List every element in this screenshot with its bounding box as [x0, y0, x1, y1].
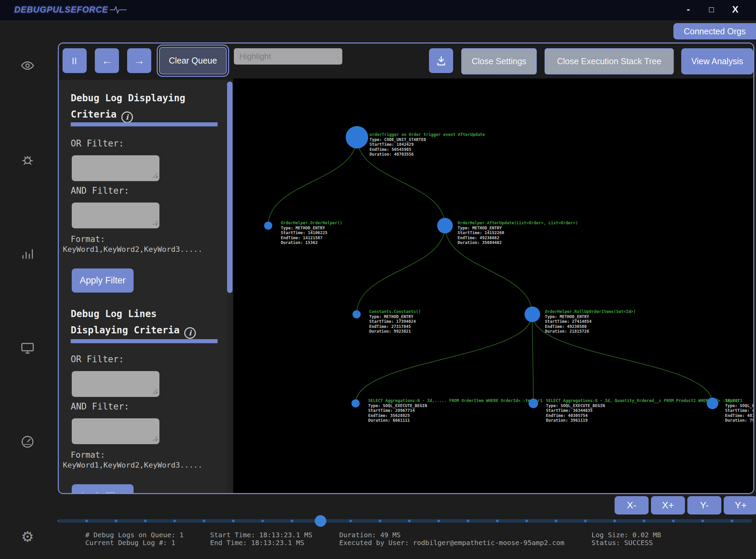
sidebar-scrollbar-track[interactable]: [227, 80, 233, 494]
node-title: OrderHelper.AfterUpdate(List<Order>, Lis…: [458, 221, 578, 226]
monitor-icon[interactable]: [20, 340, 35, 356]
bug-icon[interactable]: [20, 152, 35, 168]
tree-node-circle[interactable]: [437, 218, 453, 233]
node-detail: Duration: 35084402: [458, 240, 578, 245]
duration: Duration: 49 MS: [339, 531, 564, 539]
view-analysis-button[interactable]: View Analysis: [681, 48, 753, 74]
filter-sidebar: Debug Log Displaying Criteriai OR Filter…: [59, 80, 227, 494]
apply-filter-button-1[interactable]: Apply Filter: [72, 268, 134, 293]
execution-stack-tree[interactable]: orderTrigger on Order trigger event Afte…: [233, 78, 753, 494]
node-label: SELECT Aggregations:0 - Id,..... FROM Or…: [368, 398, 543, 423]
or-filter-textarea-1[interactable]: [72, 155, 159, 181]
node-detail: StartTime: 1842429: [370, 142, 485, 147]
clear-queue-button[interactable]: Clear Queue: [159, 47, 227, 74]
zoom-x-minus-button[interactable]: X-: [615, 496, 649, 514]
tree-node-circle[interactable]: [264, 222, 272, 230]
node-detail: StartTime: 17394024: [369, 319, 421, 324]
end-time: End Time: 18:13:23.1 MS: [210, 539, 312, 547]
download-icon: [435, 55, 447, 67]
node-title: SELECT: [725, 398, 753, 403]
node-title: OrderHelper.OrderHelper(): [281, 221, 342, 226]
tree-edge: [268, 137, 357, 226]
node-title: orderTrigger on Order trigger event Afte…: [370, 132, 485, 137]
forward-button[interactable]: →: [127, 48, 151, 73]
executed-by: Executed by User: rodbilger@empathetic-m…: [339, 539, 564, 547]
node-detail: Duration: 3961119: [546, 418, 742, 423]
back-button[interactable]: ←: [95, 48, 119, 73]
status-queue-column: # Debug Logs on Queue: 1 Current Debug L…: [85, 531, 184, 547]
title-bar: DEBUGPULSEFORCE - □ X: [0, 0, 756, 20]
slider-handle[interactable]: [315, 515, 326, 527]
close-stack-tree-button[interactable]: Close Execution Stack Tree: [545, 48, 674, 74]
info-icon[interactable]: i: [184, 327, 196, 339]
status-log-column: Log Size: 0.02 MB Status: SUCCESS: [591, 531, 661, 547]
node-detail: EndTime: 14121587: [281, 235, 342, 241]
and-filter-label: AND Filter:: [71, 401, 129, 412]
node-label: OrderHelper.OrderHelper()Type: METHOD_EN…: [281, 221, 342, 245]
eye-icon[interactable]: [20, 58, 35, 73]
and-filter-textarea-2[interactable]: [72, 418, 159, 444]
section-divider: [71, 122, 218, 126]
gear-icon[interactable]: ⚙: [20, 529, 35, 544]
node-label: OrderHelper.AfterUpdate(List<Order>, Lis…: [458, 221, 578, 245]
and-filter-label: AND Filter:: [71, 186, 129, 196]
tree-node-circle[interactable]: [525, 307, 540, 322]
section-title: Debug Log Lines Displaying Criteriai: [71, 306, 213, 339]
tree-node-circle[interactable]: [346, 126, 368, 149]
status-time-column: Start Time: 18:13:23.1 MS End Time: 18:1…: [210, 531, 312, 547]
node-title: OrderHelper.RollUpOrderItems(Set<Id>): [545, 309, 636, 314]
app-title: DEBUGPULSEFORCE: [14, 5, 108, 15]
node-detail: Type: METHOD_ENTRY: [281, 226, 342, 231]
node-detail: EndTime: 27317845: [369, 324, 421, 329]
bar-chart-icon[interactable]: [20, 246, 35, 262]
connected-orgs-button[interactable]: Connected Orgs: [673, 23, 756, 39]
format-label: Format:: [71, 234, 105, 244]
pulse-icon: [109, 5, 127, 14]
start-time: Start Time: 18:13:23.1 MS: [210, 531, 312, 539]
node-detail: EndTime: 40305754: [546, 413, 742, 418]
zoom-y-plus-button[interactable]: Y+: [724, 496, 756, 514]
or-filter-textarea-2[interactable]: [72, 371, 159, 397]
info-icon[interactable]: i: [121, 111, 133, 123]
highlight-input[interactable]: [234, 48, 342, 65]
minimize-button[interactable]: -: [682, 3, 694, 16]
format-hint: KeyWord1,KeyWord2,KeyWord3.....: [63, 245, 203, 254]
app-logo: DEBUGPULSEFORCE: [14, 5, 127, 15]
node-detail: EndTime: 35628825: [368, 413, 543, 418]
node-detail: Duration: 48703556: [370, 152, 485, 157]
current-log: Current Debug Log #: 1: [85, 539, 184, 547]
maximize-button[interactable]: □: [705, 3, 718, 16]
node-detail: EndTime: 487: [725, 413, 753, 418]
node-label: OrderHelper.RollUpOrderItems(Set<Id>)Typ…: [545, 309, 636, 334]
tree-edge: [357, 226, 445, 314]
close-settings-button[interactable]: Close Settings: [461, 48, 537, 74]
close-button[interactable]: X: [729, 3, 741, 16]
sidebar-scrollbar-thumb[interactable]: [227, 82, 233, 293]
status-duration-column: Duration: 49 MS Executed by User: rodbil…: [339, 531, 564, 547]
zoom-x-plus-button[interactable]: X+: [651, 496, 685, 514]
tree-node-circle[interactable]: [707, 398, 718, 409]
zoom-y-minus-button[interactable]: Y-: [687, 496, 721, 514]
node-label: Constants.Constants()Type: METHOD_ENTRYS…: [369, 309, 421, 334]
node-detail: Duration: 15362: [281, 240, 342, 245]
or-filter-label: OR Filter:: [71, 138, 124, 149]
tree-node-circle[interactable]: [353, 310, 361, 318]
gauge-icon[interactable]: [20, 434, 35, 450]
node-detail: Duration: 79: [725, 418, 753, 423]
pause-button[interactable]: ||: [63, 48, 87, 73]
log-size: Log Size: 0.02 MB: [591, 531, 661, 539]
main-panel: || ← → Clear Queue Close Settings Close …: [58, 42, 754, 494]
node-detail: Type: SOQL_EXECUTE_BEGIN: [368, 403, 543, 408]
timeline-slider[interactable]: [58, 519, 752, 523]
apply-filter-button-2[interactable]: Apply Filter: [72, 484, 134, 494]
toolbar: || ← → Clear Queue Close Settings Close …: [59, 43, 753, 78]
node-detail: StartTime: 4: [725, 408, 753, 413]
node-label: SELECTType: SOQL_EStartTime: 4EndTime: 4…: [725, 398, 753, 423]
node-detail: Duration: 21815726: [545, 329, 636, 334]
and-filter-textarea-1[interactable]: [72, 203, 159, 228]
tree-node-circle[interactable]: [529, 399, 538, 408]
download-button[interactable]: [429, 48, 453, 73]
format-hint: KeyWord1,KeyWord2,KeyWord3.....: [63, 461, 203, 469]
node-detail: EndTime: 50545985: [370, 147, 485, 152]
tree-node-circle[interactable]: [351, 399, 360, 407]
